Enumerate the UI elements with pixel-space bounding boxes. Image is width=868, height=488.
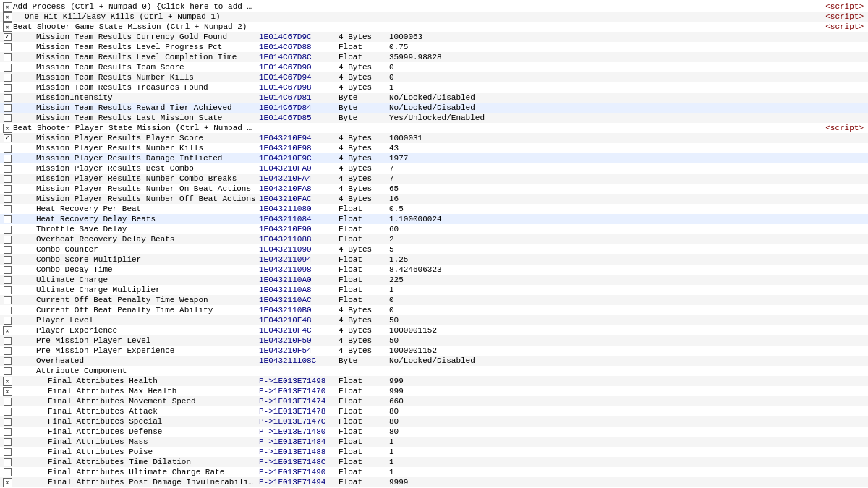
entry-type: Byte (339, 114, 389, 122)
entry-name: Mission Team Results Currency Gold Found (13, 33, 259, 41)
checkbox-cell (1, 175, 13, 183)
checkbox-unchecked[interactable] (4, 246, 12, 254)
entry-name: Ultimate Charge (13, 275, 259, 284)
checkbox-unchecked[interactable] (4, 256, 12, 264)
checkbox-unchecked[interactable] (4, 236, 12, 244)
table-row: Attribute Component (0, 366, 868, 376)
entry-name: Heat Recovery Delay Beats (13, 215, 259, 223)
entry-type: Byte (339, 356, 389, 365)
checkbox-unchecked[interactable] (4, 398, 12, 406)
entry-name: Final Attributes Time Dilation (13, 458, 259, 466)
entry-value: 7 (389, 164, 867, 173)
checkbox-x-checked[interactable] (3, 2, 12, 12)
checkbox-unchecked[interactable] (4, 357, 12, 365)
entry-value: 1000063 (389, 33, 867, 41)
entry-name: One Hit Kill/Easy Kills (Ctrl + Numpad 1… (13, 12, 259, 21)
checkbox-unchecked[interactable] (4, 64, 12, 72)
checkbox-x-checked[interactable] (3, 12, 12, 22)
entry-name: Mission Player Results Best Combo (13, 164, 259, 173)
entry-name: Final Attributes Mass (13, 437, 259, 446)
entry-type: 4 Bytes (339, 154, 389, 163)
checkbox-cell (1, 236, 13, 244)
table-row: Heat Recovery Per Beat1E043211080Float0.… (0, 204, 868, 214)
checkbox-unchecked[interactable] (4, 114, 12, 122)
checkbox-unchecked[interactable] (4, 317, 12, 325)
checkbox-x-checked[interactable] (3, 124, 12, 133)
entry-value: 9999 (389, 478, 867, 487)
entry-address: 1E043210F94 (259, 134, 339, 142)
checkbox-unchecked[interactable] (4, 43, 12, 51)
checkbox-unchecked[interactable] (4, 104, 12, 112)
checkbox-cell (1, 165, 13, 173)
checkbox-checked[interactable] (4, 134, 12, 142)
checkbox-cell (1, 53, 13, 61)
checkbox-unchecked[interactable] (4, 276, 12, 284)
entry-name: Mission Player Results Number Kills (13, 144, 259, 153)
table-row: MissionIntensity1E014C67D81ByteNo/Locked… (0, 93, 868, 103)
checkbox-x-checked[interactable] (3, 387, 12, 396)
checkbox-unchecked[interactable] (4, 94, 12, 102)
checkbox-cell (1, 124, 13, 133)
checkbox-unchecked[interactable] (4, 145, 12, 153)
checkbox-x-checked[interactable] (3, 22, 12, 32)
checkbox-unchecked[interactable] (4, 337, 12, 345)
checkbox-x-checked[interactable] (3, 326, 12, 335)
entry-value: 1977 (389, 154, 867, 163)
entry-type: 4 Bytes (339, 316, 389, 325)
entry-value: 1000001152 (389, 346, 867, 355)
checkbox-unchecked[interactable] (4, 428, 12, 436)
checkbox-unchecked[interactable] (4, 408, 12, 416)
entry-address: 1E043211094 (259, 255, 339, 264)
entry-name: Throttle Save Delay (13, 225, 259, 234)
checkbox-unchecked[interactable] (4, 418, 12, 426)
checkbox-unchecked[interactable] (4, 53, 12, 61)
checkbox-unchecked[interactable] (4, 307, 12, 314)
checkbox-unchecked[interactable] (4, 438, 12, 446)
entry-type: 4 Bytes (339, 83, 389, 92)
checkbox-unchecked[interactable] (4, 155, 12, 163)
checkbox-unchecked[interactable] (4, 175, 12, 183)
entry-value: No/Locked/Disabled (389, 103, 867, 112)
entry-name: Final Attributes Special (13, 417, 259, 426)
checkbox-unchecked[interactable] (4, 367, 12, 375)
entry-name: Player Experience (13, 326, 259, 335)
entry-type: Float (339, 43, 389, 51)
entry-value: 1 (389, 83, 867, 92)
script-tag: <script> (825, 22, 867, 31)
checkbox-unchecked[interactable] (4, 185, 12, 193)
checkbox-x-checked[interactable] (3, 377, 12, 386)
table-row: Final Attributes SpecialP->1E013E7147CFl… (0, 416, 868, 427)
checkbox-unchecked[interactable] (4, 74, 12, 82)
checkbox-unchecked[interactable] (4, 448, 12, 456)
entry-address: P->1E013E71498 (259, 377, 339, 385)
checkbox-unchecked[interactable] (4, 458, 12, 466)
table-row: Mission Player Results Number Combo Brea… (0, 174, 868, 184)
checkbox-cell (1, 307, 13, 314)
checkbox-x-checked[interactable] (3, 478, 12, 487)
entry-type: 4 Bytes (339, 346, 389, 355)
checkbox-cell (1, 155, 13, 163)
checkbox-unchecked[interactable] (4, 195, 12, 203)
entry-address: 1E014C67D84 (259, 103, 339, 112)
checkbox-unchecked[interactable] (4, 266, 12, 274)
table-row: Beat Shooter Player State Mission (Ctrl … (0, 123, 868, 133)
checkbox-unchecked[interactable] (4, 226, 12, 234)
checkbox-unchecked[interactable] (4, 165, 12, 173)
table-row: Mission Player Results Player Score1E043… (0, 133, 868, 143)
checkbox-unchecked[interactable] (4, 205, 12, 213)
checkbox-unchecked[interactable] (4, 296, 12, 304)
checkbox-checked[interactable] (4, 33, 12, 41)
checkbox-unchecked[interactable] (4, 84, 12, 92)
checkbox-unchecked[interactable] (4, 215, 12, 223)
checkbox-unchecked[interactable] (4, 286, 12, 294)
checkbox-cell (1, 246, 13, 254)
cheat-engine-table[interactable]: Add Process (Ctrl + Numpad 0) {Click her… (0, 0, 868, 488)
checkbox-cell (1, 185, 13, 193)
checkbox-cell (1, 337, 13, 345)
table-row: Ultimate Charge1E0432110A0Float225 (0, 275, 868, 285)
entry-type: 4 Bytes (339, 306, 389, 314)
entry-address: 1E043210F48 (259, 316, 339, 325)
checkbox-unchecked[interactable] (4, 347, 12, 355)
checkbox-unchecked[interactable] (4, 468, 12, 476)
entry-value: 50 (389, 336, 867, 345)
